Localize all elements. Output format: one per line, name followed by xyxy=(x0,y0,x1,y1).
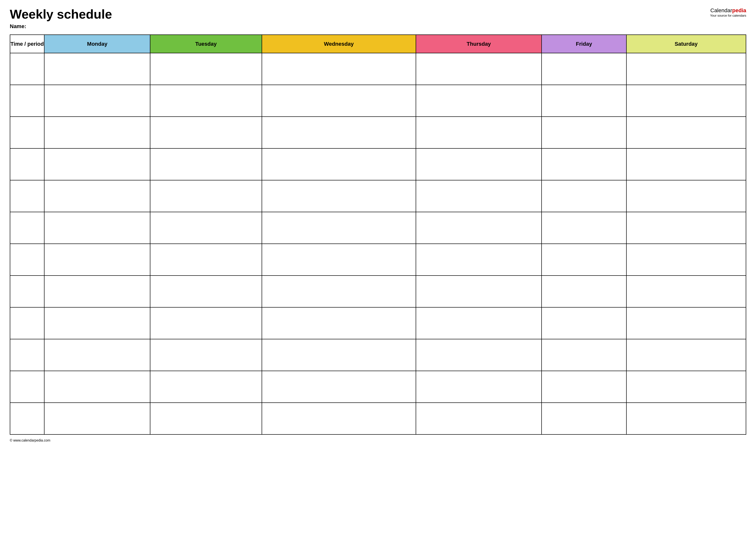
schedule-cell[interactable] xyxy=(262,85,416,117)
schedule-cell[interactable] xyxy=(44,244,150,276)
schedule-cell[interactable] xyxy=(416,53,542,85)
schedule-cell[interactable] xyxy=(542,212,626,244)
table-header: Time / period Monday Tuesday Wednesday T… xyxy=(10,35,746,53)
schedule-cell[interactable] xyxy=(150,403,262,435)
time-cell[interactable] xyxy=(10,403,44,435)
schedule-cell[interactable] xyxy=(150,85,262,117)
schedule-cell[interactable] xyxy=(262,180,416,212)
time-cell[interactable] xyxy=(10,180,44,212)
schedule-cell[interactable] xyxy=(262,149,416,180)
schedule-cell[interactable] xyxy=(150,371,262,403)
schedule-cell[interactable] xyxy=(416,371,542,403)
schedule-cell[interactable] xyxy=(416,307,542,339)
schedule-cell[interactable] xyxy=(542,339,626,371)
schedule-cell[interactable] xyxy=(44,149,150,180)
schedule-cell[interactable] xyxy=(150,276,262,307)
schedule-cell[interactable] xyxy=(542,85,626,117)
schedule-cell[interactable] xyxy=(150,307,262,339)
schedule-cell[interactable] xyxy=(627,371,746,403)
schedule-cell[interactable] xyxy=(627,212,746,244)
schedule-cell[interactable] xyxy=(44,307,150,339)
schedule-cell[interactable] xyxy=(416,180,542,212)
schedule-cell[interactable] xyxy=(627,276,746,307)
schedule-cell[interactable] xyxy=(44,371,150,403)
schedule-cell[interactable] xyxy=(44,180,150,212)
schedule-cell[interactable] xyxy=(627,307,746,339)
schedule-cell[interactable] xyxy=(262,212,416,244)
schedule-cell[interactable] xyxy=(416,117,542,149)
schedule-cell[interactable] xyxy=(262,276,416,307)
schedule-cell[interactable] xyxy=(416,276,542,307)
schedule-cell[interactable] xyxy=(542,403,626,435)
title-section: Weekly schedule Name: xyxy=(10,7,112,30)
schedule-cell[interactable] xyxy=(416,85,542,117)
schedule-cell[interactable] xyxy=(150,212,262,244)
schedule-cell[interactable] xyxy=(542,149,626,180)
schedule-cell[interactable] xyxy=(627,53,746,85)
time-cell[interactable] xyxy=(10,276,44,307)
schedule-cell[interactable] xyxy=(44,339,150,371)
schedule-cell[interactable] xyxy=(150,53,262,85)
schedule-cell[interactable] xyxy=(262,403,416,435)
schedule-cell[interactable] xyxy=(262,117,416,149)
schedule-cell[interactable] xyxy=(416,339,542,371)
schedule-cell[interactable] xyxy=(542,371,626,403)
logo-calendar: Calendar xyxy=(710,7,732,13)
time-cell[interactable] xyxy=(10,117,44,149)
schedule-cell[interactable] xyxy=(542,53,626,85)
schedule-cell[interactable] xyxy=(150,244,262,276)
schedule-cell[interactable] xyxy=(627,149,746,180)
schedule-cell[interactable] xyxy=(44,212,150,244)
schedule-cell[interactable] xyxy=(262,339,416,371)
time-cell[interactable] xyxy=(10,371,44,403)
time-cell[interactable] xyxy=(10,244,44,276)
table-row xyxy=(10,149,746,180)
header-row: Time / period Monday Tuesday Wednesday T… xyxy=(10,35,746,53)
schedule-cell[interactable] xyxy=(262,307,416,339)
schedule-cell[interactable] xyxy=(627,339,746,371)
schedule-cell[interactable] xyxy=(150,339,262,371)
time-cell[interactable] xyxy=(10,53,44,85)
footer-url: © www.calendarpedia.com xyxy=(10,438,50,442)
time-cell[interactable] xyxy=(10,339,44,371)
schedule-cell[interactable] xyxy=(416,212,542,244)
table-row xyxy=(10,403,746,435)
logo-section: Calendarpedia Your source for calendars xyxy=(710,7,746,17)
schedule-cell[interactable] xyxy=(150,117,262,149)
schedule-cell[interactable] xyxy=(416,149,542,180)
schedule-cell[interactable] xyxy=(44,117,150,149)
schedule-cell[interactable] xyxy=(627,85,746,117)
schedule-cell[interactable] xyxy=(262,244,416,276)
time-cell[interactable] xyxy=(10,85,44,117)
schedule-cell[interactable] xyxy=(627,117,746,149)
schedule-cell[interactable] xyxy=(150,180,262,212)
schedule-cell[interactable] xyxy=(627,403,746,435)
col-monday-header: Monday xyxy=(44,35,150,53)
table-row xyxy=(10,371,746,403)
col-tuesday-header: Tuesday xyxy=(150,35,262,53)
schedule-cell[interactable] xyxy=(627,180,746,212)
schedule-cell[interactable] xyxy=(44,276,150,307)
footer: © www.calendarpedia.com xyxy=(10,438,746,442)
schedule-cell[interactable] xyxy=(416,403,542,435)
schedule-cell[interactable] xyxy=(542,180,626,212)
schedule-cell[interactable] xyxy=(542,117,626,149)
schedule-cell[interactable] xyxy=(44,85,150,117)
schedule-cell[interactable] xyxy=(262,371,416,403)
schedule-cell[interactable] xyxy=(44,53,150,85)
col-wednesday-header: Wednesday xyxy=(262,35,416,53)
schedule-cell[interactable] xyxy=(262,53,416,85)
schedule-cell[interactable] xyxy=(542,307,626,339)
time-cell[interactable] xyxy=(10,212,44,244)
logo-pedia: pedia xyxy=(732,7,746,13)
schedule-cell[interactable] xyxy=(150,149,262,180)
schedule-cell[interactable] xyxy=(542,244,626,276)
table-body xyxy=(10,53,746,435)
schedule-cell[interactable] xyxy=(44,403,150,435)
schedule-cell[interactable] xyxy=(627,244,746,276)
time-cell[interactable] xyxy=(10,149,44,180)
schedule-cell[interactable] xyxy=(542,276,626,307)
table-row xyxy=(10,307,746,339)
schedule-cell[interactable] xyxy=(416,244,542,276)
time-cell[interactable] xyxy=(10,307,44,339)
